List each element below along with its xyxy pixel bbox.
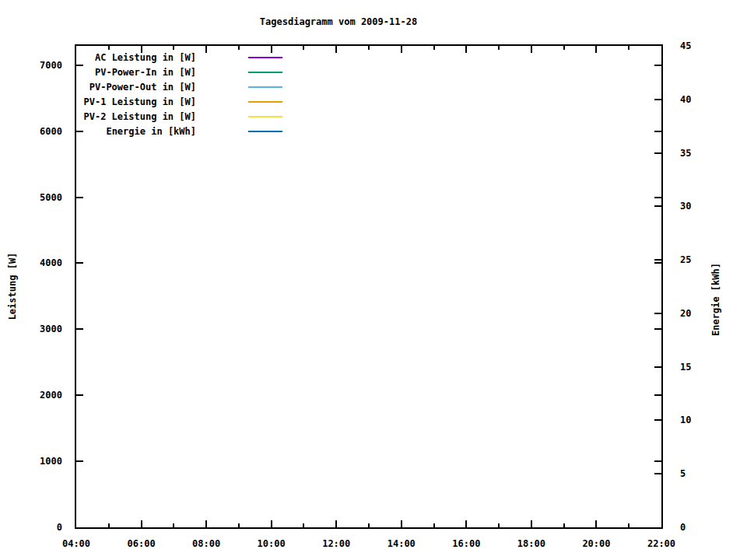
x-major-tick bbox=[401, 520, 402, 527]
x-minor-tick-mirror bbox=[238, 46, 240, 50]
legend-line-sample bbox=[248, 101, 282, 103]
legend-item: PV-Power-In in [W] bbox=[76, 65, 294, 80]
y-left-mirror-tick bbox=[654, 197, 661, 198]
x-tick-label: 10:00 bbox=[244, 538, 300, 549]
y-left-mirror-tick bbox=[654, 65, 661, 66]
x-major-tick-mirror bbox=[205, 46, 207, 53]
legend-label: AC Leistung in [W] bbox=[76, 52, 196, 63]
x-minor-tick-mirror bbox=[303, 46, 304, 50]
y-right-tick-label: 30 bbox=[680, 201, 727, 212]
legend-label: PV-1 Leistung in [W] bbox=[76, 96, 196, 107]
x-minor-tick bbox=[628, 523, 630, 527]
legend-line-sample bbox=[248, 86, 282, 88]
x-tick-label: 12:00 bbox=[308, 538, 364, 549]
x-minor-tick bbox=[238, 523, 240, 527]
x-minor-tick-mirror bbox=[173, 46, 174, 50]
x-major-tick-mirror bbox=[465, 46, 467, 53]
y-left-mirror-tick bbox=[654, 328, 661, 330]
x-major-tick bbox=[205, 520, 207, 527]
x-tick-label: 22:00 bbox=[633, 538, 689, 549]
y-right-major-tick bbox=[654, 419, 661, 421]
legend-item: PV-2 Leistung in [W] bbox=[76, 110, 294, 124]
legend-line-sample bbox=[248, 72, 282, 73]
chart-title: Tagesdiagramm vom 2009-11-28 bbox=[260, 16, 417, 27]
x-tick-label: 18:00 bbox=[503, 538, 559, 549]
y-right-major-tick bbox=[654, 313, 661, 314]
y-left-major-tick bbox=[76, 460, 83, 462]
y-left-major-tick bbox=[76, 131, 83, 132]
legend-label: PV-Power-Out in [W] bbox=[76, 82, 196, 93]
x-major-tick bbox=[595, 520, 597, 527]
y-left-tick-label: 1000 bbox=[5, 456, 62, 467]
legend-line-sample bbox=[248, 116, 282, 117]
y-left-mirror-tick bbox=[654, 394, 661, 396]
x-major-tick bbox=[141, 520, 142, 527]
x-major-tick-mirror bbox=[271, 46, 272, 53]
x-minor-tick bbox=[368, 523, 370, 527]
y-right-tick-label: 20 bbox=[680, 308, 727, 319]
y-left-tick-label: 4000 bbox=[5, 257, 62, 268]
y-right-tick-label: 25 bbox=[680, 254, 727, 265]
y-right-major-tick bbox=[654, 473, 661, 474]
y-left-mirror-tick bbox=[654, 460, 661, 462]
x-major-tick-mirror bbox=[401, 46, 402, 53]
y-right-tick-label: 40 bbox=[680, 94, 727, 105]
x-minor-tick-mirror bbox=[563, 46, 565, 50]
y-right-major-tick bbox=[654, 366, 661, 368]
y-left-major-tick bbox=[76, 394, 83, 396]
y-left-tick-label: 3000 bbox=[5, 324, 62, 334]
y-left-tick-label: 0 bbox=[5, 522, 62, 533]
y-right-tick-label: 5 bbox=[680, 468, 727, 479]
x-minor-tick bbox=[433, 523, 435, 527]
x-major-tick-mirror bbox=[595, 46, 597, 53]
x-minor-tick-mirror bbox=[628, 46, 630, 50]
x-tick-label: 20:00 bbox=[568, 538, 624, 549]
y-right-tick-label: 35 bbox=[680, 148, 727, 159]
plot-area: AC Leistung in [W]PV-Power-In in [W]PV-P… bbox=[75, 44, 663, 529]
y-left-major-tick bbox=[76, 328, 83, 330]
y-right-tick-label: 15 bbox=[680, 362, 727, 373]
x-major-tick bbox=[465, 520, 467, 527]
legend-line-sample bbox=[248, 57, 282, 58]
y-axis-right-title: Energie [kWh] bbox=[710, 263, 721, 336]
x-minor-tick bbox=[498, 523, 500, 527]
y-right-major-tick bbox=[654, 205, 661, 207]
legend-line-sample bbox=[248, 131, 282, 132]
y-left-mirror-tick bbox=[654, 131, 661, 132]
y-left-tick-label: 6000 bbox=[5, 126, 62, 137]
legend-item: AC Leistung in [W] bbox=[76, 51, 294, 65]
y-left-major-tick bbox=[76, 65, 83, 66]
y-right-major-tick bbox=[654, 259, 661, 261]
y-left-tick-label: 5000 bbox=[5, 192, 62, 203]
legend-item: PV-1 Leistung in [W] bbox=[76, 95, 294, 110]
x-minor-tick bbox=[303, 523, 304, 527]
x-tick-label: 06:00 bbox=[114, 538, 170, 549]
x-tick-label: 14:00 bbox=[374, 538, 430, 549]
chart-canvas: Tagesdiagramm vom 2009-11-28 Leistung [W… bbox=[0, 0, 747, 560]
x-major-tick bbox=[531, 520, 532, 527]
x-minor-tick bbox=[563, 523, 565, 527]
x-minor-tick-mirror bbox=[433, 46, 435, 50]
legend-label: PV-2 Leistung in [W] bbox=[76, 111, 196, 122]
legend-label: PV-Power-In in [W] bbox=[76, 67, 196, 78]
x-tick-label: 08:00 bbox=[178, 538, 234, 549]
x-tick-label: 16:00 bbox=[438, 538, 494, 549]
x-major-tick-mirror bbox=[335, 46, 337, 53]
y-left-major-tick bbox=[76, 197, 83, 198]
legend-item: Energie in [kWh] bbox=[76, 124, 294, 139]
x-major-tick bbox=[271, 520, 272, 527]
x-major-tick bbox=[335, 520, 337, 527]
y-right-tick-label: 45 bbox=[680, 40, 727, 51]
legend-label: Energie in [kWh] bbox=[76, 126, 196, 137]
x-tick-label: 04:00 bbox=[48, 538, 104, 549]
x-minor-tick bbox=[173, 523, 174, 527]
y-right-tick-label: 0 bbox=[680, 522, 727, 533]
x-minor-tick-mirror bbox=[498, 46, 500, 50]
y-right-tick-label: 10 bbox=[680, 415, 727, 425]
y-left-mirror-tick bbox=[654, 262, 661, 264]
y-left-tick-label: 2000 bbox=[5, 390, 62, 401]
y-left-major-tick bbox=[76, 262, 83, 264]
y-left-tick-label: 7000 bbox=[5, 60, 62, 71]
x-major-tick-mirror bbox=[141, 46, 142, 53]
x-minor-tick bbox=[108, 523, 110, 527]
